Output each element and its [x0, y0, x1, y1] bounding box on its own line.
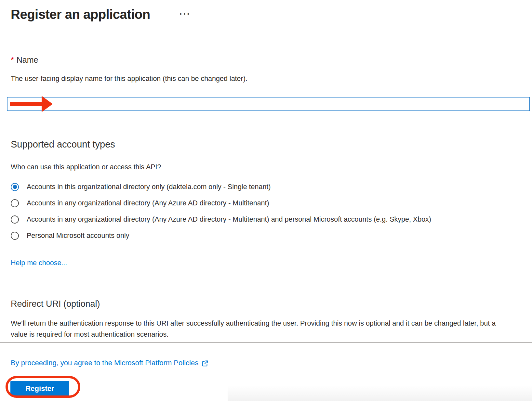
application-name-input[interactable]: [7, 97, 530, 111]
name-label-text: Name: [17, 55, 38, 64]
account-type-options: Accounts in this organizational director…: [11, 179, 518, 244]
name-field-description: The user-facing display name for this ap…: [11, 75, 247, 83]
radio-button[interactable]: [11, 199, 19, 207]
more-menu-icon[interactable]: ···: [180, 10, 191, 18]
supported-account-types-heading: Supported account types: [11, 139, 115, 150]
radio-option-label: Accounts in any organizational directory…: [27, 199, 269, 207]
footer-divider: [0, 342, 532, 343]
radio-button[interactable]: [11, 215, 19, 224]
help-me-choose-link[interactable]: Help me choose...: [11, 259, 67, 267]
radio-option-label: Personal Microsoft accounts only: [27, 232, 129, 240]
radio-button[interactable]: [11, 232, 19, 240]
register-button[interactable]: Register: [10, 381, 69, 396]
radio-option-single-tenant[interactable]: Accounts in this organizational director…: [11, 179, 518, 195]
external-link-icon: [202, 360, 208, 367]
radio-option-multitenant[interactable]: Accounts in any organizational directory…: [11, 195, 518, 211]
page-title: Register an application: [11, 7, 150, 22]
platform-policies-link[interactable]: By proceeding, you agree to the Microsof…: [11, 359, 208, 367]
account-types-question: Who can use this application or access t…: [11, 163, 161, 171]
redirect-uri-heading: Redirect URI (optional): [11, 299, 100, 309]
bottom-shadow: [228, 385, 532, 401]
name-field-label: *Name: [11, 55, 38, 65]
radio-option-label: Accounts in any organizational directory…: [27, 215, 431, 224]
radio-option-label: Accounts in this organizational director…: [27, 183, 271, 191]
radio-option-personal-only[interactable]: Personal Microsoft accounts only: [11, 227, 518, 244]
required-asterisk: *: [11, 55, 14, 64]
redirect-uri-description: We’ll return the authentication response…: [11, 318, 500, 340]
radio-button[interactable]: [11, 183, 19, 191]
radio-option-multitenant-personal[interactable]: Accounts in any organizational directory…: [11, 211, 518, 227]
platform-policies-link-text: By proceeding, you agree to the Microsof…: [11, 359, 198, 367]
